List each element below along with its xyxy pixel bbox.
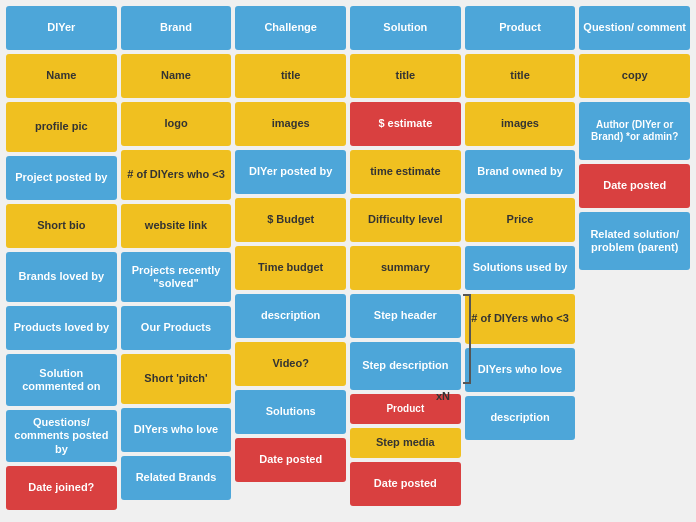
- cell-brand-diyerslove: DIYers who love: [121, 408, 232, 452]
- bracket-line: [469, 294, 471, 384]
- cell-product-images: images: [465, 102, 576, 146]
- cell-product-title: title: [465, 54, 576, 98]
- cell-challenge-budget: $ Budget: [235, 198, 346, 242]
- solution-step-group: Step header Step description Product Ste…: [350, 294, 461, 458]
- cell-challenge-title: title: [235, 54, 346, 98]
- cell-challenge-diyerposted: DIYer posted by: [235, 150, 346, 194]
- cell-solution-title: title: [350, 54, 461, 98]
- cell-diyer-brandsloved: Brands loved by: [6, 252, 117, 302]
- header-product: Product: [465, 6, 576, 50]
- header-solution: Solution: [350, 6, 461, 50]
- cell-brand-name: Name: [121, 54, 232, 98]
- cell-question-author: Author (DIYer or Brand) *or admin?: [579, 102, 690, 160]
- cell-solution-stepmedia: Step media: [350, 428, 461, 458]
- cell-brand-shortpitch: Short 'pitch': [121, 354, 232, 404]
- cell-product-brandownedby: Brand owned by: [465, 150, 576, 194]
- bracket-bottom: [463, 382, 471, 384]
- cell-challenge-images: images: [235, 102, 346, 146]
- column-challenge: Challenge title images DIYer posted by $…: [235, 6, 346, 510]
- header-challenge: Challenge: [235, 6, 346, 50]
- column-solution: Solution title $ estimate time estimate …: [350, 6, 461, 510]
- cell-solution-dateposted: Date posted: [350, 462, 461, 506]
- cell-brand-diyers: # of DIYers who <3: [121, 150, 232, 200]
- cell-challenge-solutions: Solutions: [235, 390, 346, 434]
- cell-solution-timeestimate: time estimate: [350, 150, 461, 194]
- cell-diyer-projectposted: Project posted by: [6, 156, 117, 200]
- cell-question-spacer4: [579, 418, 690, 462]
- cell-product-description: description: [465, 396, 576, 440]
- cell-solution-summary: summary: [350, 246, 461, 290]
- cell-challenge-video: Video?: [235, 342, 346, 386]
- bracket-top: [463, 294, 471, 296]
- cell-question-spacer1: [579, 274, 690, 318]
- cell-diyer-datejoined: Date joined?: [6, 466, 117, 510]
- cell-question-dateposted: Date posted: [579, 164, 690, 208]
- cell-diyer-name: Name: [6, 54, 117, 98]
- header-question: Question/ comment: [579, 6, 690, 50]
- cell-brand-projectsrecently: Projects recently "solved": [121, 252, 232, 302]
- header-brand: Brand: [121, 6, 232, 50]
- column-product: Product title images Brand owned by Pric…: [465, 6, 576, 510]
- cell-brand-relatedbrands: Related Brands: [121, 456, 232, 500]
- cell-solution-product: Product: [350, 394, 461, 424]
- cell-brand-logo: logo: [121, 102, 232, 146]
- cell-product-spacer: [465, 444, 576, 488]
- cell-challenge-description: description: [235, 294, 346, 338]
- header-diyer: DIYer: [6, 6, 117, 50]
- cell-diyer-profilepic: profile pic: [6, 102, 117, 152]
- main-grid: DIYer Name profile pic Project posted by…: [0, 0, 696, 516]
- cell-solution-stepdescription: Step description: [350, 342, 461, 390]
- cell-challenge-dateposted: Date posted: [235, 438, 346, 482]
- cell-diyer-shortbio: Short bio: [6, 204, 117, 248]
- cell-product-price: Price: [465, 198, 576, 242]
- column-brand: Brand Name logo # of DIYers who <3 websi…: [121, 6, 232, 510]
- cell-solution-estimate: $ estimate: [350, 102, 461, 146]
- cell-solution-stepheader: Step header: [350, 294, 461, 338]
- cell-challenge-timebudget: Time budget: [235, 246, 346, 290]
- cell-question-spacer5: [579, 466, 690, 510]
- cell-brand-ourproducts: Our Products: [121, 306, 232, 350]
- cell-product-diyers: # of DIYers who <3: [465, 294, 576, 344]
- cell-question-spacer3: [579, 370, 690, 414]
- cell-product-diyerslove: DIYers who love: [465, 348, 576, 392]
- cell-question-relatedsolution: Related solution/ problem (parent): [579, 212, 690, 270]
- cell-question-copy: copy: [579, 54, 690, 98]
- cell-question-spacer2: [579, 322, 690, 366]
- cell-brand-websitelink: website link: [121, 204, 232, 248]
- cell-diyer-questionsposted: Questions/ comments posted by: [6, 410, 117, 462]
- column-diyer: DIYer Name profile pic Project posted by…: [6, 6, 117, 510]
- cell-diyer-productsloved: Products loved by: [6, 306, 117, 350]
- column-question: Question/ comment copy Author (DIYer or …: [579, 6, 690, 510]
- cell-solution-difficulty: Difficulty level: [350, 198, 461, 242]
- cell-product-solutionsusedby: Solutions used by: [465, 246, 576, 290]
- cell-diyer-solutioncommented: Solution commented on: [6, 354, 117, 406]
